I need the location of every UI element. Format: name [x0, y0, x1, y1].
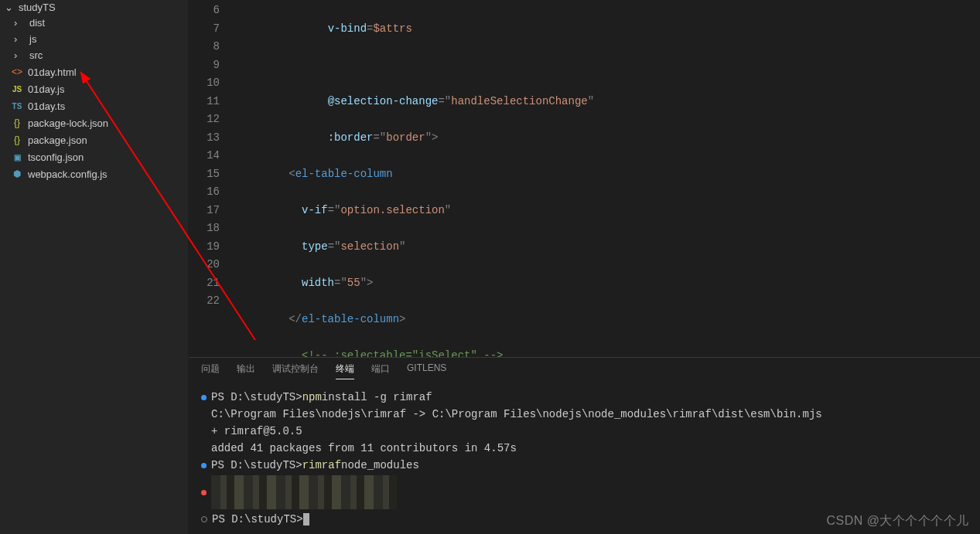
tab-gitlens[interactable]: GITLENS [407, 362, 446, 379]
file-tsconfig[interactable]: ▣ tsconfig.json [0, 148, 188, 165]
error-dot-icon [201, 490, 207, 495]
tab-ports[interactable]: 端口 [371, 362, 390, 379]
chevron-right-icon: › [14, 17, 25, 29]
file-webpack-config[interactable]: ⬢ webpack.config.js [0, 165, 188, 182]
tab-debug-console[interactable]: 调试控制台 [272, 362, 319, 379]
chevron-down-icon: ⌄ [5, 2, 15, 13]
line-gutter: 678910111213141516171819202122 [189, 0, 237, 357]
code-editor[interactable]: 678910111213141516171819202122 v-bind=$a… [189, 0, 980, 357]
project-root[interactable]: ⌄ studyTS [0, 0, 188, 15]
status-dot-icon [201, 463, 207, 468]
tab-terminal[interactable]: 终端 [336, 362, 354, 379]
chevron-right-icon: › [14, 49, 25, 61]
file-package-lock[interactable]: {} package-lock.json [0, 114, 188, 131]
json-file-icon: {} [11, 134, 23, 146]
folder-js[interactable]: › js [0, 31, 188, 47]
watermark: CSDN @大个个个个个儿 [826, 513, 969, 529]
folder-src[interactable]: › src [0, 47, 188, 63]
project-name: studyTS [19, 2, 56, 13]
file-01day-js[interactable]: JS 01day.js [0, 80, 188, 97]
file-package-json[interactable]: {} package.json [0, 131, 188, 148]
chevron-right-icon: › [14, 33, 25, 45]
json-file-icon: {} [11, 117, 23, 129]
html-file-icon: <> [11, 66, 23, 78]
js-file-icon: JS [11, 83, 23, 95]
main-area: 678910111213141516171819202122 v-bind=$a… [189, 0, 980, 534]
code-content[interactable]: v-bind=$attrs @selection-change="handleS… [237, 0, 980, 357]
ts-file-icon: TS [11, 100, 23, 112]
status-dot-icon [201, 516, 207, 522]
terminal-cursor [303, 513, 309, 525]
file-01day-html[interactable]: <> 01day.html [0, 63, 188, 80]
file-01day-ts[interactable]: TS 01day.ts [0, 97, 188, 114]
tsconfig-file-icon: ▣ [11, 151, 23, 163]
status-dot-icon [201, 395, 207, 400]
file-explorer-sidebar: ⌄ studyTS › dist › js › src <> 01day.htm… [0, 0, 189, 534]
tab-problems[interactable]: 问题 [201, 362, 220, 379]
terminal-panel[interactable]: PS D:\studyTS> npm install -g rimraf C:\… [189, 379, 980, 534]
tab-output[interactable]: 输出 [237, 362, 255, 379]
folder-dist[interactable]: › dist [0, 15, 188, 31]
webpack-file-icon: ⬢ [11, 168, 23, 180]
redacted-output [211, 475, 397, 509]
panel-tabs: 问题 输出 调试控制台 终端 端口 GITLENS [189, 357, 980, 379]
